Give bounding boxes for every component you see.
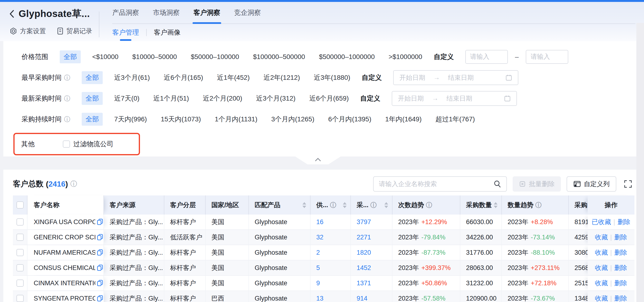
column-supplier-count[interactable]: 供...ⓘ [310,196,351,214]
purchase-count-link[interactable]: 914 [351,291,392,302]
filter-option[interactable]: 近3个月(312) [256,94,296,103]
customer-name-cell[interactable]: NUFARM AMERICAS, [28,245,104,260]
favorite-link[interactable]: 收藏 [595,248,608,257]
tab-competitor-insight[interactable]: 竞企洞察 [234,2,261,24]
copy-icon[interactable] [97,234,104,241]
supplier-count-link[interactable]: 9 [310,276,351,290]
price-min-input[interactable] [465,50,508,64]
purchase-count-link[interactable]: 1452 [351,260,392,275]
fullscreen-icon[interactable] [624,180,632,188]
customer-name-cell[interactable]: GENERIC CROP SCI [28,230,104,245]
copy-icon[interactable] [97,280,104,287]
purchase-count-link[interactable]: 3797 [351,214,392,229]
filter-option[interactable]: 近2年(1212) [264,73,300,82]
copy-icon[interactable] [97,295,104,302]
custom-option[interactable]: 自定义 [434,52,454,62]
info-icon[interactable]: ⓘ [70,181,77,187]
batch-delete-button[interactable]: 批量删除 [512,176,561,192]
favorite-link[interactable]: 收藏 [595,264,608,272]
filter-all-chip[interactable]: 全部 [82,71,103,84]
filter-option[interactable]: 近1年(452) [217,73,250,82]
filter-option[interactable]: <$10000 [92,53,118,61]
customer-name[interactable]: NUFARM AMERICAS, [34,249,95,256]
delete-link[interactable]: 删除 [614,264,627,272]
supplier-count-link[interactable]: 32 [310,230,351,245]
company-search-box[interactable] [373,176,507,192]
info-icon[interactable]: ⓘ [330,202,336,208]
favorite-link[interactable]: 收藏 [595,233,608,242]
subtab-customer-profile[interactable]: 客户画像 [154,28,180,37]
tab-product-insight[interactable]: 产品洞察 [112,2,139,24]
delete-link[interactable]: 删除 [614,248,627,257]
page-scrollbar[interactable] [636,23,644,302]
filter-option[interactable]: 7天内(996) [114,115,147,124]
tab-market-insight[interactable]: 市场洞察 [153,2,180,24]
info-icon[interactable]: ⓘ [64,116,70,122]
filter-option[interactable]: $10000–50000 [132,53,177,61]
filter-option[interactable]: 近1个月(51) [153,94,189,103]
filter-option[interactable]: $50000–100000 [191,53,239,61]
custom-option[interactable]: 自定义 [360,94,380,103]
column-matched-product[interactable]: 匹配产品 [249,196,310,214]
column-purchase-count[interactable]: 采...ⓘ [351,196,392,214]
delete-link[interactable]: 删除 [618,218,630,226]
delete-link[interactable]: 删除 [614,233,627,242]
favorite-link[interactable]: 已收藏 [592,218,611,226]
row-checkbox[interactable] [13,214,28,229]
filter-option[interactable]: >$1000000 [389,53,422,61]
copy-icon[interactable] [97,264,104,272]
date-end-placeholder[interactable]: 结束日期 [448,73,474,82]
customer-name-cell[interactable]: XINGFA USA CORPO [28,214,104,229]
delete-link[interactable]: 删除 [614,279,627,288]
filter-option[interactable]: 近6个月(165) [164,73,203,82]
filter-option[interactable]: 6个月内(1395) [328,115,372,124]
row-checkbox[interactable] [13,245,28,260]
filter-option[interactable]: 15天内(1073) [161,115,201,124]
row-checkbox[interactable] [13,276,28,290]
subtab-customer-management[interactable]: 客户管理 [112,28,139,37]
plan-settings-button[interactable]: 方案设置 [10,27,46,35]
info-icon[interactable]: ⓘ [64,95,70,102]
filter-all-chip[interactable]: 全部 [60,50,81,63]
filter-option[interactable]: 近3个月(61) [114,73,150,82]
filter-option[interactable]: 近2个月(200) [203,94,242,103]
filter-option[interactable]: 近6个月(659) [309,94,349,103]
price-max-input[interactable] [526,50,568,64]
sort-icon[interactable] [343,202,346,208]
filter-option[interactable]: 1个月内(1131) [215,115,257,124]
row-checkbox[interactable] [13,291,28,302]
customer-name-cell[interactable]: SYNGENTA PROTEC [28,291,104,302]
delete-link[interactable]: 删除 [614,294,627,302]
row-checkbox[interactable] [13,230,28,245]
favorite-link[interactable]: 收藏 [595,294,608,302]
customer-name[interactable]: GENERIC CROP SCI [34,234,95,241]
customer-name[interactable]: XINGFA USA CORPO [34,218,95,226]
favorite-link[interactable]: 收藏 [595,279,608,288]
sort-icon[interactable] [494,202,498,208]
info-icon[interactable]: ⓘ [535,202,542,208]
search-icon[interactable] [493,180,502,188]
customer-name[interactable]: CINMAX INTERNATIO [34,280,95,287]
search-input[interactable] [378,180,493,188]
filter-option[interactable]: 近7天(0) [114,94,140,103]
customer-name-cell[interactable]: CONSUS CHEMICAL [28,260,104,275]
date-start-placeholder[interactable]: 开始日期 [400,73,425,82]
info-icon[interactable]: ⓘ [426,202,432,208]
customer-name[interactable]: SYNGENTA PROTEC [34,295,95,302]
purchase-count-link[interactable]: 1371 [351,276,392,290]
sort-icon[interactable] [302,202,306,208]
supplier-count-link[interactable]: 13 [310,291,351,302]
custom-columns-button[interactable]: 自定义列 [566,176,616,192]
filter-option[interactable]: $500000–1000000 [319,53,375,61]
customer-name-cell[interactable]: CINMAX INTERNATIO [28,276,104,290]
filter-option[interactable]: 3个月内(1265) [271,115,314,124]
filter-all-chip[interactable]: 全部 [82,92,103,105]
supplier-count-link[interactable]: 2 [310,245,351,260]
checkbox-label[interactable]: 过滤物流公司 [73,140,114,148]
select-all-checkbox[interactable] [13,196,28,214]
filter-all-chip[interactable]: 全部 [82,113,103,126]
date-range-picker[interactable]: 开始日期 → 结束日期 [393,70,518,85]
collapse-filters-button[interactable] [295,156,341,164]
date-end-placeholder[interactable]: 结束日期 [446,94,472,103]
row-checkbox[interactable] [13,260,28,275]
